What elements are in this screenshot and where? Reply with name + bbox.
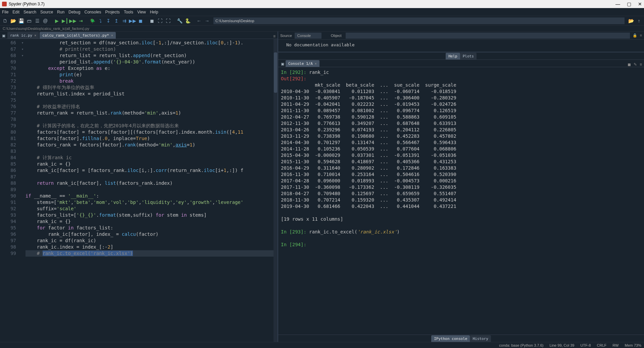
app-icon [2,2,7,6]
menu-bar: File Edit Search Source Run Debug Consol… [0,8,644,16]
menu-search[interactable]: Search [23,10,36,14]
menu-consoles[interactable]: Consoles [84,10,101,14]
save-all-icon[interactable]: 🗃 [26,17,33,25]
maximize-pane-icon[interactable]: ⛶ [156,17,164,25]
step-in-icon[interactable]: ↧ [105,17,112,25]
code-editor[interactable]: 6667686970717273747576777879808182838485… [0,39,278,342]
minimize-button[interactable]: — [615,1,620,7]
debug-stop-icon[interactable]: ◼ [137,17,144,25]
breadcrumb: C:\Users\sunqi\Desktop\calcu_rank_ic(all… [0,26,644,32]
status-line-col: Line 99, Col 39 [549,343,574,347]
title-bar: Spyder (Python 3.7) — ▢ ✕ [0,0,644,8]
tab-console-1a[interactable]: Console 1/A× [286,60,319,67]
step-out-icon[interactable]: ↥ [113,17,120,25]
run-selection-icon[interactable]: ▶▶ [69,17,77,25]
status-bar: conda: base (Python 3.7.6) Line 99, Col … [0,342,644,348]
preferences-icon[interactable]: 🔧 [176,17,183,25]
source-select[interactable]: Console [295,33,321,39]
lock-icon[interactable]: 🔒 [633,33,637,38]
open-file-icon[interactable]: 📂 [9,17,17,25]
help-pane: Source Console Object 🔒 ≡ No documentati… [278,32,644,52]
menu-debug[interactable]: Debug [68,10,80,14]
continue-icon[interactable]: ⇉ [121,17,128,25]
stop-debug-icon[interactable]: ▶▶ [129,17,136,25]
doc-text: No documentation available [278,40,644,52]
options-icon[interactable]: ≡ [640,33,642,38]
tab-history[interactable]: History [470,335,491,342]
tab-plots[interactable]: Plots [460,53,477,59]
menu-run[interactable]: Run [57,10,64,14]
list-icon[interactable]: ☰ [34,17,41,25]
tab-calcu-rank-ic[interactable]: calcu_rank_ic(all_factors).py*× [40,32,116,39]
stop-icon[interactable]: ◼ [628,62,631,67]
status-conda: conda: base (Python 3.7.6) [499,343,543,347]
editor-pane: ▣ rank ic.py× calcu_rank_ic(all_factors)… [0,32,278,342]
console-bottom-tabs: IPython console History [278,335,644,342]
tab-list-icon[interactable]: ▣ [1,33,7,39]
at-icon[interactable]: @ [42,17,49,25]
forward-icon[interactable]: → [203,17,211,25]
vertical-scrollbar[interactable] [274,39,278,342]
status-encoding: UTF-8 [580,343,591,347]
scroll-thumb[interactable] [274,52,277,93]
menu-file[interactable]: File [2,10,8,14]
editor-tabs: ▣ rank ic.py× calcu_rank_ic(all_factors)… [0,32,278,39]
tab-help[interactable]: Help [446,53,460,59]
console-output[interactable]: In [292]: rank_ic Out[292]: mkt_scale be… [278,67,644,335]
close-icon[interactable]: × [111,34,113,37]
pythonpath-icon[interactable]: 🐍 [184,17,191,25]
fold-column: ▾▾▾ [19,39,26,342]
console-pane: ▣ Console 1/A× ◼ ✎ ≡ In [292]: rank_ic O… [278,60,644,342]
menu-edit[interactable]: Edit [12,10,19,14]
status-rw: RW [612,343,618,347]
status-mem: Mem 73% [625,343,641,347]
menu-tools[interactable]: Tools [124,10,133,14]
close-icon[interactable]: × [34,34,36,37]
status-eol: CRLF [597,343,607,347]
tab-list-icon[interactable]: ▣ [280,61,286,67]
parent-dir-icon[interactable]: ↑ [635,17,643,25]
tab-ipython-console[interactable]: IPython console [431,335,470,342]
run-line-icon[interactable]: ⇥ [77,17,85,25]
step-over-icon[interactable]: ⤵ [97,17,104,25]
new-file-icon[interactable]: 🗋 [1,17,9,25]
maximize-button[interactable]: ▢ [627,1,631,7]
menu-source[interactable]: Source [40,10,53,14]
menu-help[interactable]: Help [150,10,158,14]
browse-dir-icon[interactable]: 📂 [627,17,635,25]
window-title: Spyder (Python 3.7) [9,2,45,6]
toolbar: 🗋 📂 💾 🗃 ☰ @ ▶ ▶┃ ▶▶ ⇥ 🪲 ⤵ ↧ ↥ ⇉ ▶▶ ◼ ◼ ⛶… [0,16,644,26]
object-label: Object [331,34,342,38]
fullscreen-icon[interactable]: ⛶ [164,17,172,25]
tab-rank-ic[interactable]: rank ic.py× [7,32,39,39]
working-dir-input[interactable]: C:\Users\sunqi\Desktop [213,17,625,24]
run-cell-icon[interactable]: ▶┃ [61,17,68,25]
menu-view[interactable]: View [137,10,146,14]
code-area[interactable]: ret_section = df(nav_section.iloc[-1,:]/… [26,39,274,342]
clear-icon[interactable]: ✎ [634,62,637,67]
run-icon[interactable]: ▶ [53,17,60,25]
close-icon[interactable]: × [315,62,317,66]
close-button[interactable]: ✕ [638,1,642,7]
help-tabs: Help Plots [278,52,644,60]
source-label: Source [280,34,292,38]
back-icon[interactable]: ← [195,17,203,25]
debug-icon[interactable]: 🪲 [89,17,96,25]
stop-icon[interactable]: ◼ [148,17,156,25]
save-icon[interactable]: 💾 [17,17,25,25]
options-icon[interactable]: ≡ [640,62,642,67]
object-input[interactable] [346,33,630,39]
options-icon[interactable]: ≡ [271,34,278,39]
menu-projects[interactable]: Projects [105,10,120,14]
line-gutter: 6667686970717273747576777879808182838485… [0,39,19,342]
